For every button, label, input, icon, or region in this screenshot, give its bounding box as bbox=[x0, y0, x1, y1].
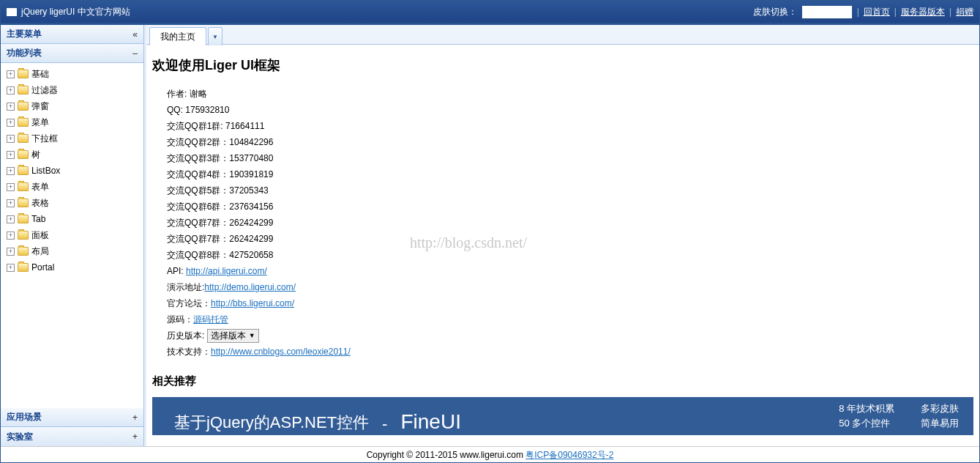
info-author: 作者: 谢略 bbox=[167, 86, 973, 102]
tree-item[interactable]: +基础 bbox=[4, 66, 141, 82]
accordion-funclist[interactable]: 功能列表 – bbox=[1, 44, 143, 63]
tree-label: 布局 bbox=[31, 245, 49, 258]
tree-label: 下拉框 bbox=[31, 133, 58, 145]
tree-item[interactable]: +面板 bbox=[4, 227, 141, 243]
page-title: 欢迎使用Liger UI框架 bbox=[152, 56, 973, 74]
expand-icon[interactable]: + bbox=[7, 248, 15, 256]
skin-select[interactable]: 默认 ▼ bbox=[801, 5, 853, 19]
reco-col: 8 年技术积累 bbox=[839, 401, 894, 416]
expand-icon[interactable]: + bbox=[7, 232, 15, 240]
app-logo-icon bbox=[7, 8, 17, 16]
tree-label: 表格 bbox=[31, 197, 49, 210]
tree-item[interactable]: +Tab bbox=[4, 211, 141, 227]
app-title: jQuery ligerUI 中文官方网站 bbox=[21, 6, 130, 18]
folder-icon bbox=[18, 182, 29, 191]
separator: | bbox=[894, 7, 897, 17]
folder-icon bbox=[18, 102, 29, 111]
folder-icon bbox=[18, 247, 29, 256]
bbs-label: 官方论坛： bbox=[167, 298, 211, 308]
bbs-link[interactable]: http://bbs.ligerui.com/ bbox=[211, 298, 294, 308]
accordion-label: 主要菜单 bbox=[7, 28, 42, 40]
link-server[interactable]: 服务器版本 bbox=[901, 6, 945, 18]
plus-icon[interactable]: + bbox=[132, 431, 138, 442]
expand-icon[interactable]: + bbox=[7, 70, 15, 78]
src-label: 源码： bbox=[167, 314, 193, 325]
version-select[interactable]: 选择版本 ▼ bbox=[207, 329, 259, 343]
separator: | bbox=[857, 7, 859, 17]
accordion-label: 应用场景 bbox=[7, 411, 42, 423]
chevron-down-icon: ▼ bbox=[249, 327, 255, 344]
history-label: 历史版本: bbox=[167, 330, 207, 341]
tree-label: 过滤器 bbox=[31, 84, 58, 97]
tree-item[interactable]: +ListBox bbox=[4, 163, 141, 179]
reco-col: 50 多个控件 bbox=[839, 416, 894, 431]
expand-icon[interactable]: + bbox=[7, 167, 15, 175]
tree-item[interactable]: +Portal bbox=[4, 259, 141, 275]
sidebar: 主要菜单 « 功能列表 – +基础+过滤器+弹窗+菜单+下拉框+树+ListBo… bbox=[1, 25, 144, 446]
expand-icon[interactable]: + bbox=[7, 103, 15, 111]
tree-label: 菜单 bbox=[31, 116, 49, 129]
accordion-label: 实验室 bbox=[7, 431, 33, 443]
accordion-scene[interactable]: 应用场景 + bbox=[1, 408, 143, 427]
plus-icon[interactable]: + bbox=[132, 412, 138, 423]
tab-dropdown[interactable]: ▼ bbox=[208, 27, 222, 45]
qq-group: 交流QQ群4群：190391819 bbox=[167, 166, 973, 182]
folder-icon bbox=[18, 215, 29, 223]
qq-group: 交流QQ群2群：104842296 bbox=[167, 134, 973, 150]
tree-item[interactable]: +树 bbox=[4, 147, 141, 163]
icp-link[interactable]: 粤ICP备09046932号-2 bbox=[525, 450, 613, 460]
folder-icon bbox=[18, 86, 29, 95]
expand-icon[interactable]: + bbox=[7, 151, 15, 159]
folder-icon bbox=[18, 70, 29, 78]
minimize-icon[interactable]: – bbox=[132, 48, 138, 59]
qq-group: 交流QQ群7群：262424299 bbox=[167, 215, 973, 231]
reco-banner[interactable]: 基于jQuery的ASP.NET控件 - FineUI 8 年技术积累 50 多… bbox=[152, 397, 973, 435]
expand-icon[interactable]: + bbox=[7, 119, 15, 127]
api-link[interactable]: http://api.ligerui.com/ bbox=[186, 266, 267, 276]
src-link[interactable]: 源码托管 bbox=[193, 314, 228, 325]
tree-item[interactable]: +过滤器 bbox=[4, 82, 141, 98]
expand-icon[interactable]: + bbox=[7, 86, 15, 95]
tree-panel: +基础+过滤器+弹窗+菜单+下拉框+树+ListBox+表单+表格+Tab+面板… bbox=[1, 63, 143, 408]
expand-icon[interactable]: + bbox=[7, 264, 15, 272]
tree-label: 面板 bbox=[31, 229, 49, 242]
tree-item[interactable]: +弹窗 bbox=[4, 98, 141, 114]
accordion-mainmenu[interactable]: 主要菜单 « bbox=[1, 25, 143, 44]
tree-label: 基础 bbox=[31, 68, 49, 81]
expand-icon[interactable]: + bbox=[7, 183, 15, 191]
demo-label: 演示地址: bbox=[167, 282, 204, 292]
tree-label: 表单 bbox=[31, 181, 49, 193]
folder-icon bbox=[18, 166, 29, 175]
expand-icon[interactable]: + bbox=[7, 135, 15, 143]
tree-item[interactable]: +菜单 bbox=[4, 114, 141, 130]
support-label: 技术支持： bbox=[167, 347, 211, 357]
qq-group: 交流QQ群8群：427520658 bbox=[167, 247, 973, 263]
expand-icon[interactable]: + bbox=[7, 215, 15, 223]
reco-col: 多彩皮肤 bbox=[921, 401, 959, 416]
tree-item[interactable]: +表格 bbox=[4, 195, 141, 211]
tab-strip: 我的主页 ▼ bbox=[146, 25, 979, 45]
tree-item[interactable]: +表单 bbox=[4, 179, 141, 195]
demo-link[interactable]: http://demo.ligerui.com/ bbox=[204, 282, 296, 292]
footer: Copyright © 2011-2015 www.ligerui.com 粤I… bbox=[1, 446, 979, 462]
chevron-down-icon: ▼ bbox=[212, 34, 218, 40]
expand-icon[interactable]: + bbox=[7, 199, 15, 207]
reco-brand: FineUI bbox=[400, 410, 460, 434]
support-link[interactable]: http://www.cnblogs.com/leoxie2011/ bbox=[211, 347, 351, 357]
qq-group: 交流QQ群5群：37205343 bbox=[167, 182, 973, 199]
tab-home[interactable]: 我的主页 bbox=[149, 27, 206, 45]
accordion-lab[interactable]: 实验室 + bbox=[1, 427, 143, 446]
link-home[interactable]: 回首页 bbox=[864, 6, 890, 18]
reco-title: 相关推荐 bbox=[152, 374, 973, 388]
qq-group: 交流QQ群6群：237634156 bbox=[167, 199, 973, 215]
content-area: 欢迎使用Liger UI框架 作者: 谢略 QQ: 175932810 交流QQ… bbox=[146, 45, 979, 446]
qq-group: 交流QQ群7群：262424299 bbox=[167, 231, 973, 247]
folder-icon bbox=[18, 150, 29, 159]
reco-col: 简单易用 bbox=[921, 416, 959, 431]
tab-label: 我的主页 bbox=[160, 31, 195, 43]
tree-item[interactable]: +布局 bbox=[4, 243, 141, 259]
collapse-icon[interactable]: « bbox=[132, 29, 138, 40]
tree-label: 树 bbox=[31, 149, 40, 161]
link-donate[interactable]: 捐赠 bbox=[956, 6, 973, 18]
tree-item[interactable]: +下拉框 bbox=[4, 130, 141, 147]
